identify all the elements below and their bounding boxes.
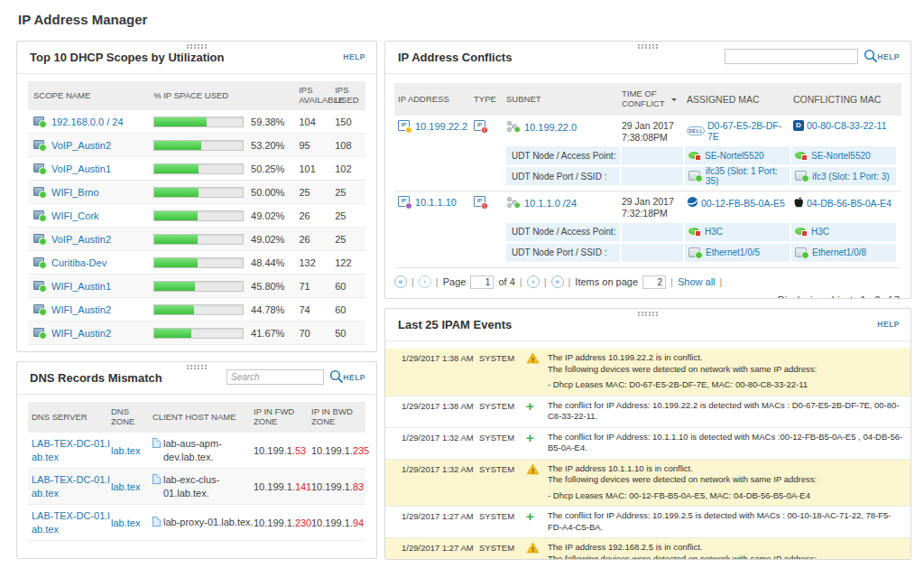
col-scope-name: SCOPE NAME (28, 91, 153, 101)
dhcp-table-header: SCOPE NAME % IP SPACE USED IPS AVAILABLE… (28, 81, 365, 110)
col-ips-available: IPS AVAILABLE (288, 86, 333, 106)
dns-zone-link[interactable]: lab.tex (111, 445, 140, 456)
utilization-bar (153, 140, 244, 151)
assigned-node-link[interactable]: SE-Nortel5520 (705, 151, 764, 161)
scope-name-link[interactable]: WIFI_Austin2 (51, 328, 111, 339)
dns-server-link[interactable]: LAB-TEX-DC-01.lab.tex (32, 510, 110, 534)
dhcp-scope-icon (33, 139, 47, 152)
help-link[interactable]: HELP (343, 52, 365, 61)
dhcp-scope-row: VoIP_Austin1 50.25% 101 102 (28, 157, 365, 181)
dhcp-scope-icon (33, 233, 47, 246)
conflicting-port-link[interactable]: ifc3 (Slot: 1 Port: 3) (812, 172, 890, 182)
search-icon[interactable] (864, 49, 878, 67)
dhcp-scope-icon (33, 256, 47, 269)
col-subnet: SUBNET (506, 95, 622, 105)
col-ips-used: IPS USED (333, 86, 365, 106)
ips-used: 60 (333, 304, 365, 315)
interface-icon (688, 247, 703, 258)
utilization-percent: 44.78% (247, 304, 289, 315)
dlink-logo-icon (793, 120, 804, 131)
ips-used: 25 (333, 234, 365, 245)
conflicting-node-link[interactable]: H3C (811, 227, 829, 237)
ips-used: 50 (333, 328, 365, 339)
page-number-input[interactable] (470, 275, 494, 289)
conflicting-mac-link[interactable]: 04-DB-56-B5-0A-E4 (807, 198, 892, 209)
ip-in-bwd-zone: 10.199.1.235 (311, 445, 365, 456)
subnet-link[interactable]: 10.1.1.0 /24 (524, 198, 577, 209)
dhcp-scope-row: WIFI_Austin2 44.78% 74 60 (28, 298, 365, 322)
search-icon[interactable] (329, 369, 344, 387)
utilization-bar (153, 281, 244, 292)
page-label: Page (443, 276, 467, 287)
scope-name-link[interactable]: VoIP_Austin2 (51, 234, 111, 245)
help-link[interactable]: HELP (877, 52, 900, 61)
help-link[interactable]: HELP (877, 320, 900, 329)
scope-name-link[interactable]: WIFI_Brno (51, 187, 99, 198)
scope-name-link[interactable]: Curitiba-Dev (51, 257, 106, 268)
ips-available: 104 (288, 117, 333, 127)
ip-in-fwd-zone: 10.199.1.230 (254, 517, 311, 528)
scope-name-link[interactable]: WIFI_Austin2 (51, 304, 111, 315)
assigned-node-link[interactable]: H3C (705, 227, 723, 237)
event-time: 1/29/2017 1:38 AM (385, 352, 476, 365)
ips-used: 102 (333, 163, 365, 174)
dns-server-link[interactable]: LAB-TEX-DC-01.lab.tex (32, 438, 110, 461)
last-page-button[interactable]: » (551, 275, 564, 288)
utilization-bar (153, 163, 244, 174)
utilization-bar (153, 210, 244, 221)
dns-table-header: DNS SERVER DNS ZONE CLIENT HOST NAME IP … (28, 402, 365, 433)
assigned-port-link[interactable]: Ethernet1/0/5 (706, 247, 760, 257)
event-source: SYSTEM (476, 352, 524, 365)
col-time-of-conflict[interactable]: TIME OF CONFLICT (622, 89, 687, 109)
node-status-icon (688, 151, 702, 161)
conflicting-port-link[interactable]: Ethernet1/0/8 (812, 247, 866, 257)
event-message: The conflict for IP Address: 10.199.2.5 … (548, 510, 903, 533)
conflicting-node-link[interactable]: SE-Nortel5520 (811, 151, 871, 161)
scope-name-link[interactable]: 192.168.0.0 / 24 (51, 117, 124, 127)
subnet-link[interactable]: 10.199.22.0 (524, 122, 577, 133)
next-page-button[interactable]: › (527, 275, 540, 288)
scope-name-link[interactable]: VoIP_Austin2 (51, 140, 111, 151)
dns-search-input[interactable] (226, 369, 324, 385)
scope-name-link[interactable]: VoIP_Austin1 (51, 163, 111, 174)
items-on-page-input[interactable] (642, 275, 666, 289)
utilization-percent: 50.25% (247, 163, 289, 174)
ips-available: 74 (288, 304, 333, 315)
displaying-objects-text: Displaying objects 1 - 2 of 7 (385, 294, 900, 300)
ip-status-icon (398, 196, 411, 209)
conflicts-search-input[interactable] (725, 49, 858, 64)
interface-icon (795, 247, 809, 258)
dhcp-scopes-panel: Top 10 DHCP Scopes by Utilization HELP S… (16, 41, 377, 352)
dns-zone-link[interactable]: lab.tex (111, 517, 140, 528)
col-client-host-name: CLIENT HOST NAME (152, 413, 254, 423)
show-all-link[interactable]: Show all (678, 276, 716, 287)
dhcp-scope-icon (33, 163, 47, 175)
conflict-ip-link[interactable]: 10.1.1.10 (415, 197, 457, 208)
event-time: 1/29/2017 1:27 AM (385, 510, 476, 523)
assigned-mac-link[interactable]: 00-12-FB-B5-0A-E5 (701, 198, 785, 209)
pagination-bar: «| ‹| Page of 4| ›| »| Items on page | S… (394, 275, 901, 289)
utilization-bar (153, 328, 244, 339)
event-source: SYSTEM (476, 510, 524, 523)
client-host-name: lab-exc-clus-01.lab.tex. (163, 473, 254, 499)
dns-server-link[interactable]: LAB-TEX-DC-01.lab.tex (32, 474, 110, 498)
first-page-button[interactable]: « (394, 275, 407, 288)
event-source: SYSTEM (476, 463, 524, 476)
help-link[interactable]: HELP (343, 373, 365, 382)
utilization-percent: 53.20% (247, 140, 289, 151)
assigned-mac-link[interactable]: D0-67-E5-2B-DF-7E (707, 120, 793, 142)
subnet-icon (506, 196, 521, 210)
event-time: 1/29/2017 1:38 AM (385, 400, 476, 413)
conflicting-mac-link[interactable]: 00-80-C8-33-22-11 (807, 120, 887, 131)
page-title: IP Address Manager (18, 12, 147, 27)
scope-name-link[interactable]: WIFI_Austin1 (51, 281, 111, 292)
dell-logo-icon (687, 126, 705, 135)
ips-available: 70 (288, 328, 333, 339)
conflict-ip-link[interactable]: 10.199.22.2 (415, 121, 467, 132)
prev-page-button[interactable]: ‹ (419, 275, 431, 288)
dhcp-panel-title: Top 10 DHCP Scopes by Utilization (30, 51, 225, 64)
assigned-port-link[interactable]: ifc35 (Slot: 1 Port: 35) (706, 166, 790, 186)
dhcp-scope-row: WIFI_Brno 50.00% 25 25 (28, 181, 365, 204)
dns-zone-link[interactable]: lab.tex (111, 481, 140, 492)
scope-name-link[interactable]: WIFI_Cork (51, 210, 99, 221)
